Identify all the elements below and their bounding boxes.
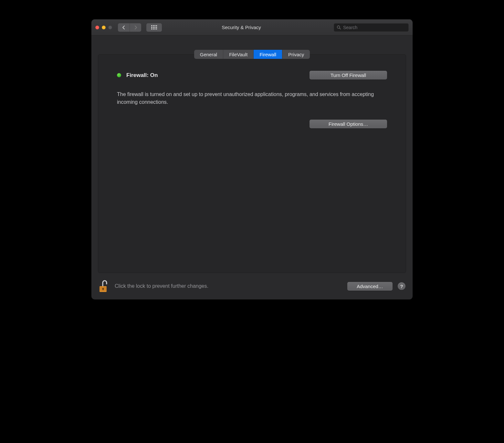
traffic-lights (95, 26, 112, 29)
system-preferences-window: Security & Privacy General FileVault Fir… (91, 19, 413, 299)
advanced-button[interactable]: Advanced… (347, 282, 393, 291)
minimize-window-button[interactable] (102, 26, 106, 29)
back-button[interactable] (118, 23, 130, 32)
svg-line-1 (340, 28, 341, 29)
lock-icon[interactable] (99, 279, 110, 293)
content: General FileVault Firewall Privacy Firew… (91, 36, 413, 299)
close-window-button[interactable] (95, 26, 99, 29)
firewall-status-label: Firewall: On (126, 72, 158, 79)
status-row: Firewall: On Turn Off Firewall (117, 71, 387, 80)
firewall-description: The firewall is turned on and set up to … (117, 91, 382, 106)
help-button[interactable]: ? (398, 282, 405, 290)
search-input[interactable] (343, 25, 406, 30)
forward-button[interactable] (130, 23, 141, 32)
footer: Click the lock to prevent further change… (91, 273, 413, 299)
tab-firewall[interactable]: Firewall (253, 50, 282, 59)
nav-back-forward (118, 23, 141, 32)
tab-filevault[interactable]: FileVault (223, 50, 253, 59)
chevron-left-icon (122, 26, 126, 29)
firewall-panel: Firewall: On Turn Off Firewall The firew… (98, 54, 406, 273)
window-title: Security & Privacy (152, 25, 331, 30)
tab-general[interactable]: General (194, 50, 223, 59)
status-indicator-icon (117, 73, 121, 77)
svg-rect-7 (103, 289, 103, 290)
chevron-right-icon (134, 26, 138, 29)
maximize-window-button[interactable] (108, 26, 112, 29)
tabs: General FileVault Firewall Privacy (194, 50, 310, 59)
firewall-options-button[interactable]: Firewall Options… (310, 120, 387, 128)
search-icon (337, 25, 341, 30)
turn-off-firewall-button[interactable]: Turn Off Firewall (310, 71, 387, 80)
tab-privacy[interactable]: Privacy (282, 50, 310, 59)
lock-hint-label: Click the lock to prevent further change… (115, 283, 342, 289)
search-field[interactable] (334, 23, 409, 32)
titlebar: Security & Privacy (91, 19, 413, 36)
